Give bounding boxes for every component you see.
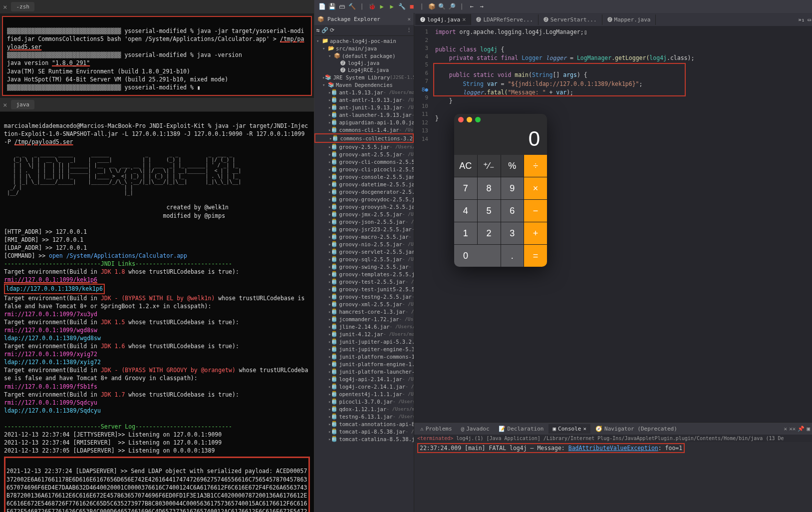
tree-item[interactable]: ▸🫙groovy-groovysh-2.5.5.jar - /Users/ma: [314, 203, 414, 210]
exception-link[interactable]: BadAttributeValueException: [568, 445, 658, 452]
coverage-icon[interactable]: ▶: [387, 2, 396, 11]
menu-icon[interactable]: ⋮: [406, 27, 412, 33]
tree-item[interactable]: ▸🫙apiguardian-api-1.0.0.jar - /Users/ma: [314, 118, 414, 126]
tree-item[interactable]: ▸🫙jcommander-1.72.jar - /Users/ma: [314, 315, 414, 323]
calc-key-6[interactable]: 6: [501, 200, 524, 222]
tree-item[interactable]: ▸🫙groovy-templates-2.5.5.jar - /Users/ma: [314, 270, 414, 278]
new-class-icon[interactable]: 📦: [427, 2, 436, 11]
tree-item[interactable]: ▾📂src/main/java: [314, 44, 414, 52]
save-icon[interactable]: 💾: [327, 2, 336, 11]
close-icon[interactable]: ×: [583, 426, 586, 432]
tree-item[interactable]: ▾📁apache-log4j-poc-main: [314, 37, 414, 44]
calc-key-3[interactable]: 3: [501, 222, 524, 244]
collapse-all-icon[interactable]: ⇆: [316, 27, 320, 33]
calc-key-5[interactable]: 5: [478, 200, 501, 222]
tree-item[interactable]: ▸🫙groovy-xml-2.5.5.jar - /Users/ma: [314, 300, 414, 308]
remove-all-icon[interactable]: ✕✕: [789, 426, 796, 432]
calc-key-−[interactable]: −: [524, 200, 547, 222]
tree-item[interactable]: ▸🫙qdox-1.12.1.jar - /Users/ma: [314, 405, 414, 413]
tree-item[interactable]: ▸🫙jline-2.14.6.jar - /Users/ma: [314, 323, 414, 330]
calc-key-9[interactable]: 9: [501, 177, 524, 199]
calc-key-0[interactable]: 0: [454, 245, 501, 267]
link-editor-icon[interactable]: 🔗: [321, 27, 328, 33]
tree-item[interactable]: ▸🫙junit-4.12.jar - /Users/ma: [314, 330, 414, 338]
close-icon[interactable]: ×: [3, 101, 7, 109]
stop-icon[interactable]: ■: [407, 2, 416, 11]
refresh-icon[interactable]: ⟳: [330, 27, 334, 33]
maximize-icon[interactable]: ▭: [808, 16, 811, 23]
calc-titlebar[interactable]: [454, 114, 547, 125]
tree-item[interactable]: ▸📚JRE System Library [J2SE-1.5]: [314, 73, 414, 81]
tree-item[interactable]: ▸🫙groovy-sql-2.5.5.jar - /Users/ma: [314, 255, 414, 263]
terminal-2[interactable]: marcioalmeidademacedo@Marcios-MacBook-Pr…: [0, 112, 314, 512]
minimize-window-icon[interactable]: [467, 117, 472, 122]
tree-item[interactable]: ▸🫙tomcat-api-8.5.38.jar - /Users/ma: [314, 428, 414, 435]
tree-item[interactable]: ▸🫙testng-6.13.1.jar - /Users/ma: [314, 413, 414, 420]
tree-item[interactable]: ▸🫙groovy-macro-2.5.5.jar - /Users/ma: [314, 233, 414, 240]
tree-item[interactable]: ▸🫙groovy-json-2.5.5.jar - /Users/ma: [314, 218, 414, 225]
tree-item[interactable]: ▸🫙groovy-testng-2.5.5.jar - /Users/ma: [314, 293, 414, 300]
tab-log4j[interactable]: 🅙log4j.java×: [415, 14, 471, 25]
calc-key-AC[interactable]: AC: [454, 155, 477, 177]
tree-item[interactable]: ▸🫙junit-platform-commons-1.3 - /Users/ma: [314, 353, 414, 360]
tree-item[interactable]: ▸🫙tomcat-catalina-8.5.38.jar - /Users/ma: [314, 435, 414, 443]
tree-item[interactable]: ▸🫙groovy-groovydoc-2.5.5.jar - /Users/ma: [314, 195, 414, 203]
tree-item[interactable]: ▸🫙groovy-test-2.5.5.jar - /Users/ma: [314, 278, 414, 285]
close-icon[interactable]: ×: [3, 3, 7, 11]
tree-item[interactable]: ▸🫙ant-antlr-1.9.13.jar - /Users/ma: [314, 96, 414, 103]
calc-key-=[interactable]: =: [524, 245, 547, 267]
save-all-icon[interactable]: 🗃: [337, 2, 346, 11]
tree-item[interactable]: ▸🫙groovy-swing-2.5.5.jar - /Users/ma: [314, 263, 414, 270]
terminal-1[interactable]: ▓▓▓▓▓▓▓▓▓▓▓▓▓▓▓▓▓▓▓▓▓▓▓▓▓▓▓▓▓▓▓▓▓ ysoser…: [2, 16, 312, 96]
tab-navigator[interactable]: 🧭Navigator (Deprecated): [591, 424, 681, 434]
tree-item[interactable]: ▸🫙opentest4j-1.1.1.jar - /Users/ma: [314, 390, 414, 398]
tree-item[interactable]: ▸🫙tomcat-annotations-api-8.5 - /Users/ma: [314, 420, 414, 428]
tree-item[interactable]: 🅙Log4jRCE.java: [314, 66, 414, 73]
calc-key-⁺∕₋[interactable]: ⁺∕₋: [478, 155, 501, 177]
calc-key-×[interactable]: ×: [524, 177, 547, 199]
search-icon[interactable]: 🔎: [447, 2, 456, 11]
display-icon[interactable]: ▣: [807, 426, 810, 432]
tree-item[interactable]: ▾📦(default package): [314, 52, 414, 59]
tree-item[interactable]: ▸🫙log4j-api-2.14.1.jar - /Users/ma: [314, 375, 414, 383]
pkg-tree[interactable]: ▾📁apache-log4j-poc-main▾📂src/main/java▾📦…: [314, 36, 414, 512]
back-icon[interactable]: ←: [467, 2, 476, 11]
tree-item[interactable]: ▸🫙groovy-2.5.5.jar - /Users/ma: [314, 143, 414, 150]
new-icon[interactable]: 📄: [317, 2, 326, 11]
tree-item[interactable]: ▸🫙picocli-3.7.0.jar - /Users/ma: [314, 398, 414, 405]
tab-ldaprefserve[interactable]: 🅙LDAPRefServe...: [471, 14, 538, 25]
tree-item[interactable]: ▸🫙groovy-ant-2.5.5.jar - /Users/ma: [314, 150, 414, 158]
calc-key-7[interactable]: 7: [454, 177, 477, 199]
tree-item[interactable]: ▸🫙junit-jupiter-api-5.3.2.jar - /Users/m…: [314, 338, 414, 345]
tab-serverstart[interactable]: 🅙ServerStart...: [539, 14, 602, 25]
tree-item[interactable]: ▸🫙junit-platform-engine-1.3.2.j - /Users…: [314, 360, 414, 368]
tab-mapper[interactable]: 🅙Mapper.java: [602, 14, 656, 25]
calc-key-+[interactable]: +: [524, 222, 547, 244]
tree-item[interactable]: ▸🫙commons-cli-1.4.jar - /Users/ma: [314, 126, 414, 133]
tab-javadoc[interactable]: @Javadoc: [457, 424, 494, 434]
tree-item[interactable]: ▾📚Maven Dependencies: [314, 81, 414, 88]
tree-item[interactable]: 🅙log4j.java: [314, 59, 414, 66]
term1-tab[interactable]: -zsh: [11, 2, 34, 11]
tree-item[interactable]: ▸🫙groovy-console-2.5.5.jar - /Users/ma: [314, 173, 414, 180]
close-icon[interactable]: ×: [462, 16, 466, 23]
pin-icon[interactable]: 📌: [798, 426, 805, 432]
tree-item[interactable]: ▸🫙ant-1.9.13.jar - /Users/ma: [314, 88, 414, 96]
calc-key-1[interactable]: 1: [454, 222, 477, 244]
close-icon[interactable]: ×: [407, 16, 411, 22]
calc-key-2[interactable]: 2: [478, 222, 501, 244]
tree-item[interactable]: ▸🫙groovy-datetime-2.5.5.jar - /Users/ma: [314, 180, 414, 188]
open-type-icon[interactable]: 🔍: [437, 2, 446, 11]
calc-key-%[interactable]: %: [501, 155, 524, 177]
tree-item[interactable]: ▸🫙groovy-cli-picocli-2.5.5.jar - /Users/…: [314, 165, 414, 173]
tab-console[interactable]: ▣Console×: [548, 424, 590, 434]
run-icon[interactable]: ▶: [377, 2, 386, 11]
calc-key-.[interactable]: .: [501, 245, 524, 267]
calc-key-8[interactable]: 8: [478, 177, 501, 199]
debug-icon[interactable]: 🐞: [367, 2, 376, 11]
forward-icon[interactable]: →: [477, 2, 486, 11]
maximize-window-icon[interactable]: [475, 117, 481, 122]
build-icon[interactable]: 🔨: [347, 2, 356, 11]
tree-item[interactable]: ▸🫙junit-platform-launcher-1.3.2 - /Users…: [314, 368, 414, 375]
profile-icon[interactable]: 🔧: [397, 2, 406, 11]
